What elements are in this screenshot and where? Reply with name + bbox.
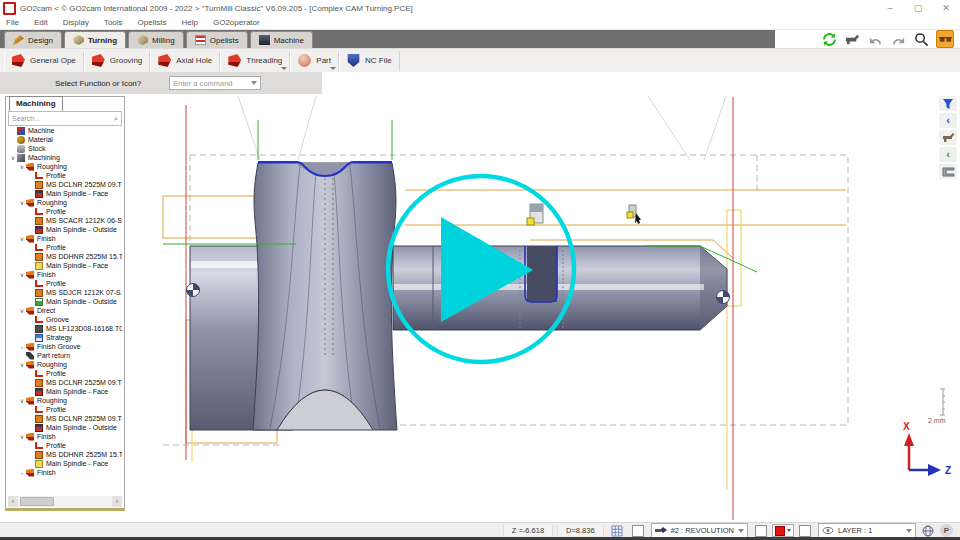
tree-item-main-spindle-face[interactable]: Main Spindle - Face [8, 387, 122, 396]
close-button[interactable]: ✕ [932, 3, 960, 13]
measure-icon[interactable] [939, 130, 957, 145]
tree-item-main-spindle-face[interactable]: Main Spindle - Face [8, 459, 122, 468]
search-input[interactable]: Search... ⌕ [8, 111, 122, 126]
color-checkbox[interactable] [755, 525, 767, 537]
tree-item-ms-lf123d08-16168-t01[interactable]: MS LF123D08-16168.T01 [8, 324, 122, 333]
tab-opelists[interactable]: Opelists [186, 31, 248, 48]
menu-go2operator[interactable]: GO2operator [213, 18, 260, 27]
maximize-button[interactable]: ▢ [904, 3, 932, 13]
tree-item-main-spindle-outside[interactable]: Main Spindle - Outside [8, 297, 122, 306]
menu-tools[interactable]: Tools [104, 18, 123, 27]
step-back-blue-icon[interactable]: ‹ [939, 113, 957, 128]
tree-item-ms-dclnr-2525m-09-t00[interactable]: MS DCLNR 2525M 09.T00 [8, 414, 122, 423]
clamp-icon[interactable] [939, 164, 957, 179]
tree-expanded-icon[interactable]: ∨ [18, 235, 26, 242]
tree-expanded-icon[interactable]: ∨ [18, 163, 26, 170]
revolution-checkbox[interactable] [632, 525, 644, 537]
toolbar-nc-file-button[interactable]: NC File [339, 51, 400, 71]
tree-item-main-spindle-face[interactable]: Main Spindle - Face [8, 189, 122, 198]
tree-expanded-icon[interactable]: ∨ [9, 154, 17, 161]
command-input[interactable]: Enter a command [169, 76, 261, 90]
menu-opelists[interactable]: Opelists [138, 18, 167, 27]
menu-edit[interactable]: Edit [34, 18, 48, 27]
tab-turning[interactable]: Turning [64, 31, 126, 48]
toolbar-axial-hole-button[interactable]: Axial Hole [150, 51, 220, 71]
tree-expanded-icon[interactable]: ∨ [18, 361, 26, 368]
zoom-icon[interactable] [913, 31, 929, 47]
tab-machine[interactable]: Machine [250, 31, 313, 48]
step-back-green-icon[interactable]: ‹ [939, 147, 957, 162]
sync-icon[interactable] [821, 31, 837, 47]
tree-item-main-spindle-outside[interactable]: Main Spindle - Outside [8, 225, 122, 234]
tree-item-finish-groove[interactable]: ›Finish Groove [8, 342, 122, 351]
tree-item-profile[interactable]: Profile [8, 441, 122, 450]
tree-item-groove[interactable]: Groove [8, 315, 122, 324]
operator-help-button[interactable]: P [940, 524, 953, 537]
scroll-right-icon[interactable]: › [112, 496, 122, 507]
tree-item-ms-ddhnr-2525m-15-t00[interactable]: MS DDHNR 2525M 15.T00 [8, 252, 122, 261]
scroll-thumb[interactable] [20, 497, 54, 506]
tree-item-ms-dclnr-2525m-09-t00[interactable]: MS DCLNR 2525M 09.T00 [8, 378, 122, 387]
tree-item-main-spindle-outside[interactable]: Main Spindle - Outside [8, 423, 122, 432]
tree-item-finish[interactable]: ∨Finish [8, 234, 122, 243]
tab-machining[interactable]: Machining [9, 96, 63, 112]
glasses-icon[interactable] [936, 30, 954, 48]
menu-file[interactable]: File [6, 18, 19, 27]
tree-item-roughing[interactable]: ∨Roughing [8, 396, 122, 405]
tree-item-profile[interactable]: Profile [8, 207, 122, 216]
toolbar-general-ope-button[interactable]: General Ope [4, 51, 84, 71]
tree-collapsed-icon[interactable]: › [18, 344, 26, 350]
tree-expanded-icon[interactable]: ∨ [18, 307, 26, 314]
scroll-left-icon[interactable]: ‹ [8, 496, 18, 507]
tree-item-strategy[interactable]: Strategy [8, 333, 122, 342]
tree-expanded-icon[interactable]: ∨ [18, 199, 26, 206]
tree-item-profile[interactable]: Profile [8, 243, 122, 252]
tree-expanded-icon[interactable]: ∨ [18, 397, 26, 404]
minimize-button[interactable]: – [876, 3, 904, 13]
tree-item-ms-dclnr-2525m-09-t00[interactable]: MS DCLNR 2525M 09.T00 [8, 180, 122, 189]
globe-icon[interactable] [920, 524, 935, 537]
tree-item-finish[interactable]: ›Finish [8, 468, 122, 477]
menu-display[interactable]: Display [63, 18, 89, 27]
filter-icon[interactable] [939, 96, 957, 111]
tree-item-ms-scacr-1212k-06-s-t[interactable]: MS SCACR 1212K 06-S.T [8, 216, 122, 225]
tree-item-profile[interactable]: Profile [8, 279, 122, 288]
tree-item-part-return[interactable]: Part return [8, 351, 122, 360]
tree-item-direct[interactable]: ∨Direct [8, 306, 122, 315]
color-selector[interactable] [772, 524, 794, 537]
menu-help[interactable]: Help [182, 18, 198, 27]
cad-viewport[interactable]: 2 mm X Z [128, 94, 960, 524]
revolution-selector[interactable]: #2 : REVOLUTION [651, 523, 748, 538]
tree-collapsed-icon[interactable]: › [18, 470, 26, 476]
tree-item-ms-ddhnr-2525m-15-t00[interactable]: MS DDHNR 2525M 15.T00 [8, 450, 122, 459]
toolbar-threading-button[interactable]: Threading [220, 51, 290, 71]
tree-item-stock[interactable]: Stock [8, 144, 122, 153]
tree-item-profile[interactable]: Profile [8, 369, 122, 378]
undo-icon[interactable] [867, 31, 883, 47]
layer-selector[interactable]: LAYER : 1 [818, 523, 916, 538]
tree-item-roughing[interactable]: ∨Roughing [8, 360, 122, 369]
tree-item-machine[interactable]: Machine [8, 126, 122, 135]
tree-item-roughing[interactable]: ∨Roughing [8, 162, 122, 171]
toolbar-part-button[interactable]: Part [290, 51, 339, 71]
tree-item-machining[interactable]: ∨Machining [8, 153, 122, 162]
layer-checkbox[interactable] [799, 525, 811, 537]
tree-expanded-icon[interactable]: ∨ [18, 433, 26, 440]
tree-item-material[interactable]: Material [8, 135, 122, 144]
tree-item-main-spindle-face[interactable]: Main Spindle - Face [8, 261, 122, 270]
tab-milling[interactable]: Milling [128, 31, 184, 48]
tree-expanded-icon[interactable]: ∨ [18, 271, 26, 278]
tree-item-finish[interactable]: ∨Finish [8, 432, 122, 441]
cad-canvas[interactable]: 2 mm X Z [128, 94, 960, 524]
tree-item-finish[interactable]: ∨Finish [8, 270, 122, 279]
redo-icon[interactable] [890, 31, 906, 47]
tree-item-profile[interactable]: Profile [8, 171, 122, 180]
tab-design[interactable]: Design [4, 31, 62, 48]
toolbar-grooving-button[interactable]: Grooving [84, 51, 150, 71]
grid-toggle-icon[interactable] [610, 524, 625, 537]
caliper-icon[interactable] [844, 31, 860, 47]
tree-item-profile[interactable]: Profile [8, 405, 122, 414]
tree-item-ms-sdjcr-1212k-07-s-t0[interactable]: MS SDJCR 1212K 07-S.T0 [8, 288, 122, 297]
tree-item-roughing[interactable]: ∨Roughing [8, 198, 122, 207]
tree-hscrollbar[interactable]: ‹ › [8, 496, 122, 507]
